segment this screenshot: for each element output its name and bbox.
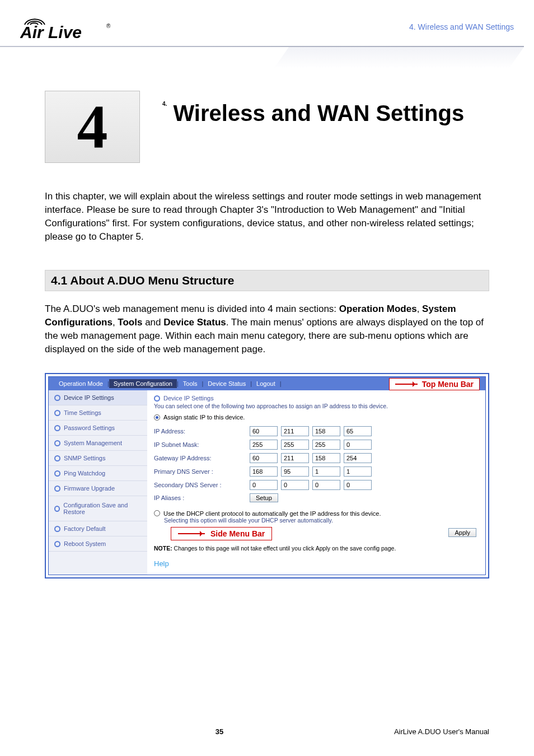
radio-icon[interactable]	[154, 414, 160, 421]
sidebar-item-password-settings[interactable]: Password Settings	[49, 421, 147, 436]
header-separator	[0, 46, 534, 68]
top-menu-bar: Operation Mode| System Configuration| To…	[49, 377, 485, 390]
ip-address-oct4[interactable]	[344, 426, 372, 436]
bullet-icon	[54, 541, 60, 547]
panel-subtitle: You can select one of the following two …	[154, 403, 479, 409]
sidebar-item-label: SNMP Settings	[64, 455, 105, 461]
sidebar-item-time-settings[interactable]: Time Settings	[49, 405, 147, 421]
airlive-logo: Air Live ®	[20, 12, 115, 41]
sidebar-item-label: Time Settings	[64, 409, 101, 416]
sidebar-item-system-management[interactable]: System Management	[49, 436, 147, 451]
ip-address-oct2[interactable]	[281, 426, 309, 436]
bullet-icon	[54, 395, 60, 401]
side-menu-bar: Device IP Settings Time Settings Passwor…	[49, 390, 147, 575]
bullet-icon	[54, 506, 60, 512]
section-bold-4: Device Status	[163, 317, 226, 328]
dns1-label: Primary DNS Server :	[154, 468, 246, 475]
subnet-oct2[interactable]	[281, 440, 309, 450]
radio-static-row[interactable]: Assign static IP to this device.	[154, 414, 479, 421]
sidebar-item-ping-watchdog[interactable]: Ping Watchdog	[49, 466, 147, 481]
ip-form: IP Address: IP Subnet Mask: Gateway IP A…	[154, 426, 479, 502]
sidebar-item-label: Factory Default	[64, 525, 106, 532]
bullet-icon	[54, 526, 60, 532]
dns1-oct4[interactable]	[344, 466, 372, 477]
note-prefix: NOTE:	[154, 545, 172, 552]
bullet-icon	[54, 455, 60, 461]
radio-icon[interactable]	[154, 510, 160, 516]
screenshot-container: Operation Mode| System Configuration| To…	[45, 373, 489, 578]
section-paragraph: The A.DUO's web management menu is divid…	[45, 302, 489, 357]
sidebar-item-label: Password Settings	[64, 424, 115, 431]
help-link[interactable]: Help	[154, 559, 169, 568]
dns2-oct3[interactable]	[312, 480, 340, 490]
radio-dhcp-row[interactable]: Use the DHCP client protocol to automati…	[154, 510, 479, 517]
top-menu-system-configuration[interactable]: System Configuration	[109, 379, 177, 388]
radio-static-label: Assign static IP to this device.	[163, 414, 245, 421]
sidebar-item-label: System Management	[64, 440, 122, 446]
apply-button[interactable]: Apply	[448, 528, 476, 537]
svg-text:Air Live: Air Live	[20, 23, 82, 41]
panel-title: Device IP Settings	[163, 395, 214, 402]
section-bold-1: Operation Modes	[339, 304, 417, 314]
gateway-oct3[interactable]	[312, 453, 340, 463]
top-menu-logout[interactable]: Logout	[252, 379, 280, 388]
section-text-4: and	[142, 317, 163, 328]
gateway-oct2[interactable]	[281, 453, 309, 463]
dhcp-subtext: Selecting this option will disable your …	[164, 517, 479, 524]
top-menu-tools[interactable]: Tools	[179, 379, 202, 388]
subnet-oct4[interactable]	[344, 440, 372, 450]
dns2-oct4[interactable]	[344, 480, 372, 490]
dns2-label: Secondary DNS Server :	[154, 482, 246, 488]
bullet-icon	[54, 410, 60, 416]
ip-address-label: IP Address:	[154, 428, 246, 435]
ip-address-oct1[interactable]	[250, 426, 278, 436]
sidebar-item-factory-default[interactable]: Factory Default	[49, 521, 147, 536]
gateway-oct1[interactable]	[250, 453, 278, 463]
sidebar-item-label: Configuration Save and Restore	[63, 502, 143, 515]
dns2-oct2[interactable]	[281, 480, 309, 490]
top-menu-badge-label: Top Menu Bar	[422, 380, 474, 389]
sidebar-item-reboot-system[interactable]: Reboot System	[49, 536, 147, 552]
sidebar-item-snmp-settings[interactable]: SNMP Settings	[49, 451, 147, 466]
dns2-oct1[interactable]	[250, 480, 278, 490]
dns1-oct3[interactable]	[312, 466, 340, 477]
sidebar-item-label: Reboot System	[64, 540, 106, 547]
section-text-3: ,	[113, 317, 118, 328]
chapter-number-box: 4	[45, 91, 140, 163]
sidebar-item-device-ip-settings[interactable]: Device IP Settings	[49, 390, 147, 405]
bullet-icon	[54, 470, 60, 477]
top-menu-device-status[interactable]: Device Status	[203, 379, 250, 388]
intro-paragraph: In this chapter, we will explain about t…	[45, 190, 489, 244]
subnet-oct1[interactable]	[250, 440, 278, 450]
subnet-oct3[interactable]	[312, 440, 340, 450]
sidebar-item-firmware-upgrade[interactable]: Firmware Upgrade	[49, 481, 147, 496]
svg-text:®: ®	[106, 23, 111, 29]
section-heading: 4.1 About A.DUO Menu Structure	[45, 270, 489, 291]
ip-address-oct3[interactable]	[312, 426, 340, 436]
bullet-icon	[54, 425, 60, 431]
dns1-oct2[interactable]	[281, 466, 309, 477]
section-bold-3: Tools	[118, 317, 142, 328]
gateway-oct4[interactable]	[344, 453, 372, 463]
page-footer: 35 AirLive A.DUO User's Manual	[0, 727, 534, 736]
setup-button[interactable]: Setup	[250, 493, 278, 502]
chapter-title-text: Wireless and WAN Settings	[173, 101, 464, 125]
radio-dhcp-label: Use the DHCP client protocol to automati…	[163, 510, 381, 517]
bullet-icon	[54, 486, 60, 492]
dns1-oct1[interactable]	[250, 466, 278, 477]
main-panel: Device IP Settings You can select one of…	[147, 390, 485, 575]
section-text-1: The A.DUO's web management menu is divid…	[45, 304, 339, 314]
bullet-icon	[54, 440, 60, 446]
subnet-label: IP Subnet Mask:	[154, 441, 246, 448]
header-breadcrumb: 4. Wireless and WAN Settings	[409, 22, 514, 31]
sidebar-item-configuration-save-restore[interactable]: Configuration Save and Restore	[49, 496, 147, 521]
side-menu-badge: Side Menu Bar	[171, 527, 272, 540]
top-menu-operation-mode[interactable]: Operation Mode	[54, 379, 107, 388]
side-menu-badge-label: Side Menu Bar	[210, 529, 265, 538]
bullet-icon	[154, 395, 160, 402]
arrow-icon	[395, 384, 418, 385]
chapter-title: 4. Wireless and WAN Settings	[140, 91, 489, 163]
arrow-icon	[178, 533, 205, 534]
note-rest: Changes to this page will not take effec…	[172, 545, 396, 552]
page-number: 35	[216, 727, 223, 736]
